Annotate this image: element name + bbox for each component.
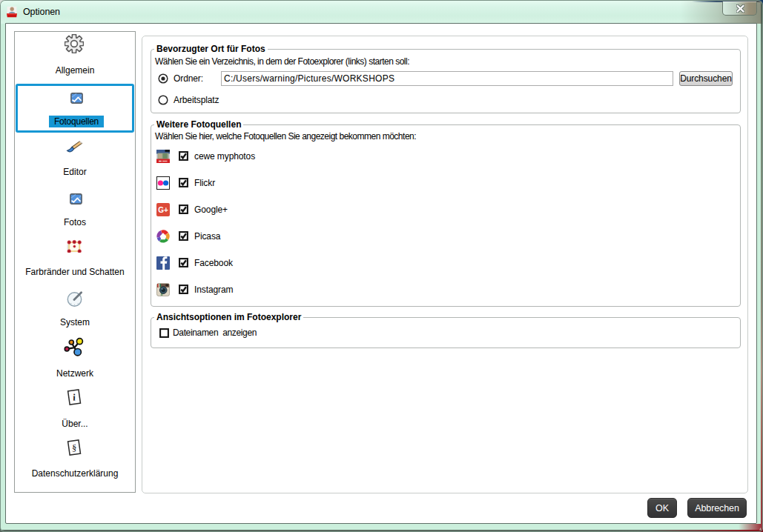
svg-text:G+: G+ bbox=[158, 206, 168, 214]
